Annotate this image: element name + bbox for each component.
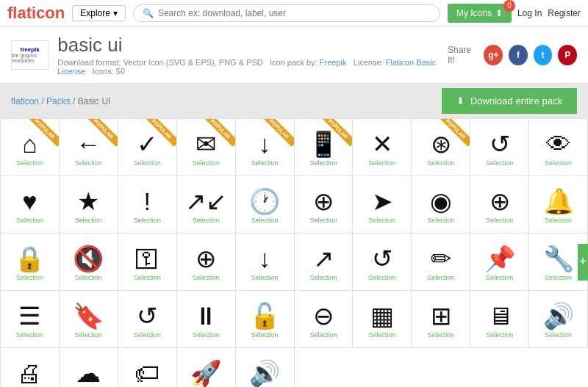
icon-cell-20[interactable]: 🔒Selection [1,234,60,291]
icon-cell-13[interactable]: ↗↙Selection [177,176,236,234]
my-icons-button[interactable]: My Icons ⬆ 0 [448,4,512,23]
icon-symbol: ! [144,189,151,214]
icon-cell-16[interactable]: ➤Selection [353,176,412,234]
icon-symbol: 🕐 [249,189,280,214]
icon-cell-8[interactable]: ↺Selection [470,119,529,176]
pack-title: basic ui [57,34,439,57]
format-label: Download format: [57,58,121,67]
icon-cell-14[interactable]: 🕐Selection [236,176,295,234]
popular-badge [87,119,118,150]
icon-cell-44[interactable]: 🔊Selection [236,348,295,387]
icon-symbol: 🖥 [487,303,512,328]
facebook-share-button[interactable]: f [509,45,528,65]
icon-label: Selection [427,274,454,281]
icon-label: Selection [545,331,572,339]
download-pack-label: Download entire pack [470,95,562,106]
format-value: Vector Icon (SVG & EPS), PNG & PSD [123,58,263,67]
icon-cell-40[interactable]: 🖨Selection [1,348,60,387]
icon-cell-19[interactable]: 🔔Selection [529,176,588,234]
icon-cell-15[interactable]: ⊕Selection [295,176,354,234]
popular-badge [28,119,59,150]
icon-label: Selection [134,331,161,339]
google-share-button[interactable]: g+ [484,45,503,65]
icon-cell-10[interactable]: ♥Selection [1,176,60,234]
logo: flaticon [7,4,65,23]
icon-cell-34[interactable]: 🔓Selection [236,291,295,348]
icon-cell-38[interactable]: 🖥Selection [470,291,529,348]
icon-cell-9[interactable]: 👁Selection [529,119,588,176]
license-label: License: [354,58,384,67]
icon-label: Selection [486,331,513,339]
icon-label: Selection [16,159,43,167]
icon-cell-36[interactable]: ▦Selection [353,291,412,348]
explore-button[interactable]: Explore ▾ [72,5,126,21]
twitter-share-button[interactable]: t [534,45,553,65]
pinterest-share-button[interactable]: P [558,45,577,65]
icon-cell-5[interactable]: 📱Selection [295,119,354,176]
icon-cell-25[interactable]: ↗Selection [295,234,354,291]
download-icon: ⬇ [456,95,465,106]
icon-cell-6[interactable]: ✕Selection [353,119,412,176]
search-input[interactable] [158,8,431,18]
register-button[interactable]: Register [548,8,581,18]
icon-label: Selection [134,217,161,224]
icon-symbol: 🔖 [73,303,104,328]
icon-cell-3[interactable]: ✉Selection [177,119,236,176]
icon-label: Selection [368,159,395,167]
icon-cell-23[interactable]: ⊕Selection [177,234,236,291]
add-to-collection-button[interactable]: + [578,244,588,281]
icon-cell-1[interactable]: ←Selection [60,119,118,176]
icon-cell-28[interactable]: 📌Selection [470,234,529,291]
icon-cell-35[interactable]: ⊖Selection [295,291,354,348]
login-button[interactable]: Log In [517,8,542,18]
icon-cell-42[interactable]: 🏷Selection [118,348,177,387]
icon-symbol: 🔔 [543,189,574,214]
icon-cell-41[interactable]: ☁Selection [60,348,118,387]
pack-header: freepik the graphic resources basic ui D… [0,26,588,84]
icon-label: Selection [251,217,279,224]
share-area: Share It! g+ f t P [448,45,577,65]
popular-badge [204,119,235,150]
breadcrumb-current: Basic UI [78,96,111,106]
icon-cell-21[interactable]: 🔇Selection [60,234,118,291]
icon-symbol: ↺ [490,131,510,156]
icon-symbol: ↺ [372,246,392,271]
icon-cell-18[interactable]: ⊕Selection [470,176,529,234]
icon-symbol: ▦ [370,303,394,328]
icon-cell-31[interactable]: 🔖Selection [60,291,118,348]
by-value-link[interactable]: Freepik [320,58,347,67]
icon-cell-12[interactable]: !Selection [118,176,177,234]
icon-cell-2[interactable]: ✓Selection [118,119,177,176]
icons-label: Icons: [92,67,113,76]
icon-symbol: 👁 [546,131,571,156]
icon-symbol: ↗↙ [185,189,226,214]
icon-symbol: ⊕ [196,246,216,271]
icon-symbol: ✏ [431,246,451,271]
icon-cell-43[interactable]: 🚀Selection [177,348,236,387]
icon-label: Selection [134,159,161,167]
icon-cell-0[interactable]: ⌂Selection [1,119,60,176]
icon-cell-27[interactable]: ✏Selection [412,234,470,291]
icon-cell-7[interactable]: ⊛Selection [412,119,470,176]
icon-cell-33[interactable]: ⏸Selection [177,291,236,348]
icon-cell-37[interactable]: ⊞Selection [412,291,470,348]
download-pack-button[interactable]: ⬇ Download entire pack [442,88,577,114]
upload-icon: ⬆ [495,8,503,18]
icon-symbol: ↓ [259,246,271,271]
icon-cell-26[interactable]: ↺Selection [353,234,412,291]
icon-cell-24[interactable]: ↓Selection [236,234,295,291]
icon-cell-4[interactable]: ↓Selection [236,119,295,176]
share-label: Share It! [448,45,478,65]
icon-cell-39[interactable]: 🔊Selection [529,291,588,348]
icon-cell-30[interactable]: ☰Selection [1,291,60,348]
icon-cell-11[interactable]: ★Selection [60,176,118,234]
icon-label: Selection [309,331,337,339]
breadcrumb-root[interactable]: flaticon [11,96,39,106]
icon-label: Selection [486,159,513,167]
icon-cell-22[interactable]: ⚿Selection [118,234,177,291]
icon-cell-17[interactable]: ◉Selection [412,176,470,234]
breadcrumb-packs[interactable]: Packs [46,96,71,106]
icon-label: Selection [193,217,220,224]
icon-cell-32[interactable]: ↺Selection [118,291,177,348]
icon-label: Selection [75,159,102,167]
